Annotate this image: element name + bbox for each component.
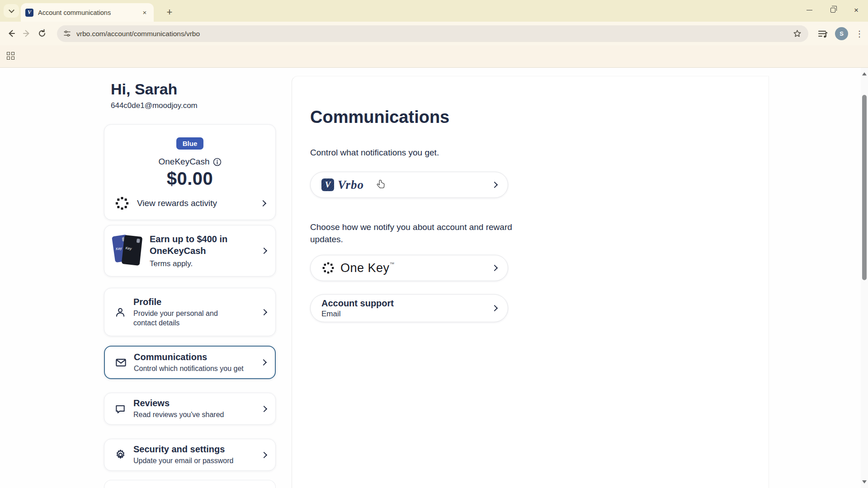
window-close-button[interactable]: × — [844, 0, 868, 20]
chevron-right-icon — [261, 309, 267, 315]
scroll-up-arrow-icon[interactable] — [862, 72, 867, 75]
hand-cursor-icon — [376, 179, 387, 191]
url-text: vrbo.com/account/communications/vrbo — [76, 30, 793, 38]
sidebar-item-reviews[interactable]: Reviews Read reviews you've shared — [104, 393, 276, 425]
onekey-logo-icon — [321, 261, 335, 275]
vrbo-favicon-icon: V — [25, 9, 33, 17]
chevron-right-icon — [491, 182, 498, 188]
browser-toolbar: vrbo.com/account/communications/vrbo S ⋮ — [0, 22, 868, 45]
onekey-notifications-button[interactable]: One Key™ — [310, 255, 508, 281]
tier-badge: Blue — [176, 137, 204, 150]
promo-title: Earn up to $400 in OneKeyCash — [150, 233, 254, 257]
back-arrow-icon — [7, 29, 16, 38]
chevron-right-icon — [261, 451, 267, 458]
forward-arrow-icon — [22, 29, 31, 38]
onekey-wordmark: One Key™ — [340, 261, 395, 275]
chevron-right-icon — [261, 405, 267, 412]
chevron-right-icon — [260, 200, 266, 206]
site-settings-icon — [63, 30, 71, 38]
sidebar-item-subtitle: Control which notifications you get — [134, 364, 261, 373]
sidebar-item-communications[interactable]: Communications Control which notificatio… — [104, 346, 276, 379]
grid-apps-icon[interactable] — [7, 52, 15, 60]
main-content-panel — [292, 76, 769, 488]
onekey-logo-icon — [114, 196, 130, 211]
account-email: 644c0de1@moodjoy.com — [111, 101, 198, 110]
rewards-card: Blue OneKeyCash $0.00 View rewards activ… — [104, 124, 276, 220]
tab-title: Account communications — [38, 9, 140, 16]
promo-terms: Terms apply. — [150, 259, 262, 268]
greeting-heading: Hi, Sarah — [111, 80, 177, 98]
account-support-title: Account support — [321, 298, 394, 309]
sidebar-item-subtitle: Update your email or password — [133, 456, 262, 465]
new-tab-button[interactable]: + — [163, 5, 176, 19]
sidebar-item-subtitle: Read reviews you've shared — [133, 410, 262, 419]
back-button[interactable] — [4, 26, 19, 41]
info-icon[interactable] — [213, 158, 222, 166]
url-bar[interactable]: vrbo.com/account/communications/vrbo — [57, 25, 808, 42]
mail-icon — [114, 357, 127, 369]
gear-icon — [113, 449, 127, 461]
vrbo-logo-icon: V — [321, 178, 334, 191]
profile-avatar[interactable]: S — [835, 27, 848, 40]
view-rewards-activity-label: View rewards activity — [137, 198, 261, 208]
minimize-icon — [807, 10, 812, 10]
window-restore-button[interactable] — [821, 0, 844, 20]
browser-tab[interactable]: V Account communications × — [21, 3, 154, 22]
page-scrollbar[interactable] — [861, 68, 868, 488]
restore-icon — [830, 8, 835, 13]
sidebar-item-profile[interactable]: Profile Provide your personal and contac… — [104, 288, 276, 336]
onekeycash-label: OneKeyCash — [158, 157, 209, 167]
forward-button[interactable] — [19, 26, 34, 41]
vrbo-wordmark: Vrbo — [338, 178, 364, 192]
sidebar-item-title: Security and settings — [133, 444, 262, 455]
person-icon — [113, 306, 127, 318]
window-minimize-button[interactable] — [797, 0, 821, 20]
close-icon: × — [854, 6, 859, 14]
browser-titlebar: V Account communications × + × — [0, 0, 868, 22]
sidebar-item-title: Profile — [133, 297, 262, 307]
chevron-down-icon — [9, 7, 14, 13]
sidebar-item-subtitle: Provide your personal and contact detail… — [133, 309, 237, 328]
vrbo-notifications-button[interactable]: V Vrbo — [310, 172, 508, 198]
reload-button[interactable] — [34, 26, 50, 41]
account-support-button[interactable]: Account support Email — [310, 294, 508, 322]
credit-cards-image: Key Key — [113, 233, 143, 269]
tab-close-icon[interactable]: × — [140, 8, 149, 17]
site-header-bar — [0, 45, 868, 68]
page-title: Communications — [310, 108, 449, 127]
tab-search-button[interactable] — [4, 4, 19, 18]
media-controls-icon[interactable] — [818, 29, 828, 38]
sidebar-item-title: Reviews — [133, 398, 262, 408]
chevron-right-icon — [261, 248, 267, 254]
notify-text: Choose how we notify you about account a… — [310, 221, 514, 245]
chevron-right-icon — [491, 305, 498, 311]
sidebar-item-security[interactable]: Security and settings Update your email … — [104, 439, 276, 471]
promo-card[interactable]: Key Key Earn up to $400 in OneKeyCash Te… — [104, 225, 276, 277]
sidebar-item-title: Communications — [134, 352, 261, 362]
view-rewards-activity-link[interactable]: View rewards activity — [104, 193, 275, 213]
bookmark-star-icon[interactable] — [793, 29, 802, 38]
chevron-right-icon — [260, 359, 267, 366]
scrollbar-thumb[interactable] — [862, 95, 867, 280]
chat-icon — [113, 403, 127, 415]
browser-menu-button[interactable]: ⋮ — [855, 29, 863, 39]
intro-text: Control what notifications you get. — [310, 148, 439, 158]
account-support-subtitle: Email — [321, 310, 394, 319]
sidebar-item-partial[interactable] — [104, 480, 276, 488]
chevron-right-icon — [491, 265, 498, 271]
scroll-down-arrow-icon[interactable] — [862, 480, 867, 483]
trademark-mark: ™ — [390, 261, 395, 267]
reload-icon — [38, 29, 47, 38]
onekeycash-balance: $0.00 — [167, 169, 213, 189]
